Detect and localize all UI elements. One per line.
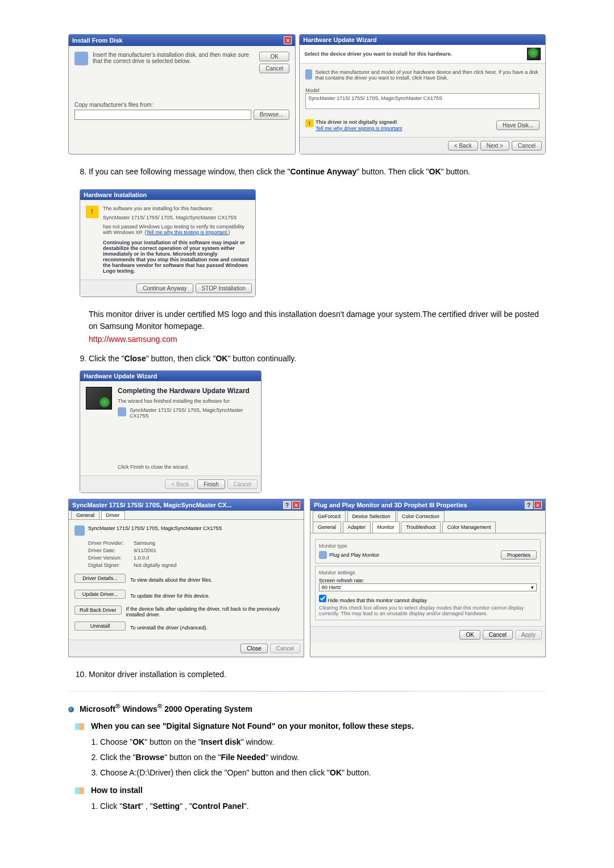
step-8: If you can see following message window,…	[89, 166, 546, 178]
hide-check-label: Hide modes that this monitor cannot disp…	[328, 598, 428, 603]
close-icon[interactable]: ×	[284, 36, 292, 44]
browse-button[interactable]: Browse...	[254, 110, 290, 120]
howto-heading: How to install	[68, 786, 546, 795]
model-label: Model	[305, 87, 540, 93]
warning-icon: !	[86, 206, 98, 218]
tab-general[interactable]: General	[71, 511, 99, 519]
close-button[interactable]: Close	[240, 644, 268, 653]
separator	[68, 691, 546, 692]
tab-devsel[interactable]: Device Selection	[347, 511, 396, 521]
tab-colormgmt[interactable]: Color Management	[442, 521, 496, 532]
ok-button[interactable]: OK	[259, 52, 289, 61]
finish-button[interactable]: Finish	[197, 479, 225, 489]
wizard-heading: Completing the Hardware Update Wizard	[118, 387, 255, 395]
monitor-icon	[74, 525, 85, 536]
dialog-titlebar: Install From Disk ×	[69, 35, 295, 46]
dialog-title: Install From Disk	[72, 37, 123, 44]
completing-wizard-dialog: Hardware Update Wizard Completing the Ha…	[80, 370, 262, 493]
list-item: Click the "Browse" button on the "File N…	[100, 752, 546, 763]
howto-step-list: Click "Start" , "Setting" , "Control Pan…	[68, 800, 546, 812]
dialog-titlebar: Hardware Installation	[80, 190, 255, 200]
update-driver-button[interactable]: Update Driver...	[74, 590, 126, 599]
logo-testing-link[interactable]: Tell me why this testing is important.	[146, 229, 228, 235]
bullet-icon	[75, 787, 84, 794]
dialog-title: Hardware Update Wizard	[84, 373, 157, 379]
hw-device: SyncMaster 171S/ 175S/ 170S, MagicSyncMa…	[103, 215, 250, 220]
uninstall-button[interactable]: Uninstall	[74, 621, 126, 631]
dialog-title: Hardware Update Wizard	[303, 36, 377, 43]
tab-driver[interactable]: Driver	[101, 511, 125, 519]
back-button[interactable]: < Back	[448, 141, 478, 151]
tab-adapter[interactable]: Adapter	[343, 521, 371, 532]
dialog-title: SyncMaster 171S/ 175S/ 170S, MagicSyncMa…	[72, 502, 232, 508]
driver-details-button[interactable]: Driver Details...	[74, 574, 126, 583]
continue-anyway-button[interactable]: Continue Anyway	[136, 283, 193, 293]
ok-button[interactable]: OK	[459, 630, 480, 640]
close-icon[interactable]: ×	[292, 501, 300, 509]
driver-instruction: Select the manufacturer and model of you…	[316, 69, 540, 81]
monitor-icon	[118, 407, 126, 416]
help-icon[interactable]: ?	[525, 501, 533, 509]
wizard-device: SyncMaster 171S/ 175S/ 170S, MagicSyncMa…	[130, 407, 255, 419]
monitor-type-label: Monitor type	[319, 543, 537, 549]
pnp-properties-dialog: Plug and Play Monitor and 3D Prophet III…	[310, 499, 546, 657]
cancel-button[interactable]: Cancel	[259, 64, 289, 73]
hardware-installation-dialog: Hardware Installation ! The software you…	[80, 189, 256, 297]
dialog-titlebar: Hardware Update Wizard	[80, 371, 261, 381]
dialog-title: Plug and Play Monitor and 3D Prophet III…	[314, 502, 467, 508]
tab-monitor[interactable]: Monitor	[372, 521, 400, 532]
list-item: Click "Start" , "Setting" , "Control Pan…	[100, 800, 546, 812]
list-item: Choose A:(D:\Driver) then click the "Ope…	[100, 767, 546, 779]
install-dialogs-row: Install From Disk × Insert the manufactu…	[68, 34, 546, 155]
install-from-disk-dialog: Install From Disk × Insert the manufactu…	[68, 34, 296, 155]
apply-button: Apply	[515, 630, 542, 640]
dsnf-heading: When you can see "Digital Signature Not …	[68, 721, 546, 731]
model-list[interactable]: SyncMaster 171S/ 175S/ 170S, MagicSyncMa…	[305, 93, 540, 109]
dsnf-step-list: Choose "OK" button on the "Insert disk" …	[68, 736, 546, 779]
step-list: Monitor driver installation is completed…	[68, 669, 546, 681]
tab-colorcor[interactable]: Color Correction	[397, 511, 445, 521]
tab-geforce[interactable]: GeForce3	[313, 511, 346, 521]
step-list: If you can see following message window,…	[68, 166, 546, 178]
select-driver-dialog: Hardware Update Wizard Select the device…	[299, 34, 546, 155]
hide-description: Clearing this check box allows you to se…	[319, 605, 537, 616]
wizard-icon	[86, 387, 112, 410]
monitor-type: Plug and Play Monitor	[329, 552, 379, 558]
install-instruction: Insert the manufacturer's installation d…	[93, 52, 255, 64]
tab-general[interactable]: General	[313, 521, 341, 532]
rollback-driver-button[interactable]: Roll Back Driver	[74, 606, 122, 615]
cancel-button[interactable]: Cancel	[512, 141, 542, 151]
step-9: Click the "Close" button, then click "OK…	[89, 353, 546, 365]
step-10: Monitor driver installation is completed…	[89, 669, 546, 681]
warning-icon: !	[305, 119, 313, 127]
monitor-icon	[319, 551, 327, 559]
stop-installation-button[interactable]: STOP Installation	[196, 283, 252, 293]
copy-from-field[interactable]	[74, 110, 251, 120]
cert-note: This monitor driver is under certified M…	[89, 308, 546, 332]
list-item: Choose "OK" button on the "Insert disk" …	[100, 736, 546, 748]
help-icon[interactable]: ?	[283, 501, 291, 509]
dialog-titlebar: Hardware Update Wizard	[300, 35, 545, 45]
win2000-heading: Microsoft® Windows® 2000 Operating Syste…	[68, 702, 546, 713]
tab-trouble[interactable]: Troubleshoot	[401, 521, 441, 532]
step-list: Click the "Close" button, then click "OK…	[68, 353, 546, 365]
signing-link[interactable]: Tell me why driver signing is important	[316, 126, 402, 131]
cancel-button[interactable]: Cancel	[483, 630, 513, 640]
refresh-label: Screen refresh rate:	[319, 578, 537, 583]
properties-button[interactable]: Properties	[501, 550, 537, 560]
monitor-settings-label: Monitor settings	[319, 570, 537, 575]
samsung-link[interactable]: http://www.samsung.com	[89, 335, 177, 344]
refresh-dropdown[interactable]: 60 Hertz▾	[319, 583, 537, 591]
close-icon[interactable]: ×	[534, 501, 542, 509]
bullet-icon	[68, 707, 74, 712]
chevron-down-icon: ▾	[531, 585, 534, 590]
have-disk-button[interactable]: Have Disk...	[496, 120, 540, 130]
unsigned-text: This driver is not digitally signed!	[316, 119, 402, 125]
model-item: SyncMaster 171S/ 175S/ 170S, MagicSyncMa…	[308, 95, 442, 101]
finish-hint: Click Finish to close the wizard.	[118, 464, 255, 470]
disk-icon	[74, 52, 88, 65]
next-button[interactable]: Next >	[480, 141, 509, 151]
hide-modes-checkbox[interactable]	[319, 595, 326, 602]
hw-warning: Continuing your installation of this sof…	[103, 240, 250, 274]
cancel-button: Cancel	[227, 479, 258, 489]
